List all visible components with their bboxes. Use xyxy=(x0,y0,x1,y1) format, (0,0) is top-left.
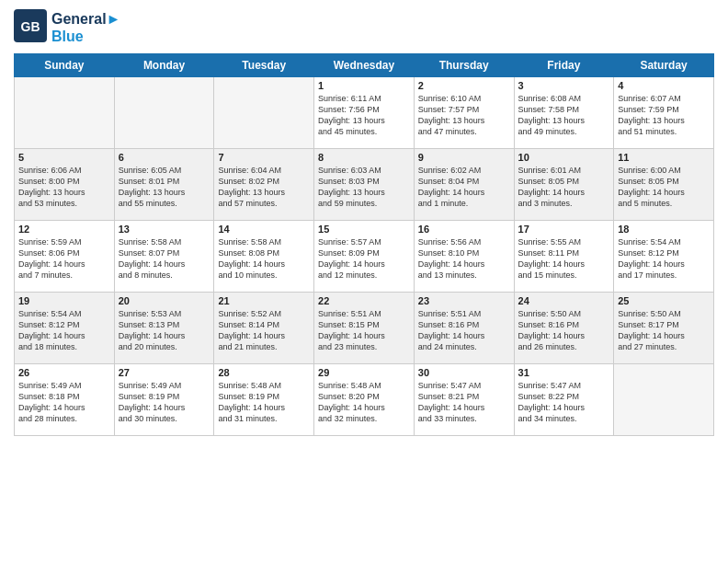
cell-info: Sunrise: 5:50 AM Sunset: 8:16 PM Dayligh… xyxy=(518,308,610,353)
week-row-3: 12Sunrise: 5:59 AM Sunset: 8:06 PM Dayli… xyxy=(15,221,714,293)
calendar-cell: 1Sunrise: 6:11 AM Sunset: 7:56 PM Daylig… xyxy=(314,77,415,149)
calendar-cell: 23Sunrise: 5:51 AM Sunset: 8:16 PM Dayli… xyxy=(414,293,514,364)
calendar-cell: 15Sunrise: 5:57 AM Sunset: 8:09 PM Dayli… xyxy=(314,221,415,293)
calendar-cell: 11Sunrise: 6:00 AM Sunset: 8:05 PM Dayli… xyxy=(614,149,714,221)
cell-info: Sunrise: 6:05 AM Sunset: 8:01 PM Dayligh… xyxy=(119,165,210,210)
cell-info: Sunrise: 5:48 AM Sunset: 8:20 PM Dayligh… xyxy=(318,380,410,425)
calendar-cell: 30Sunrise: 5:47 AM Sunset: 8:21 PM Dayli… xyxy=(414,364,514,436)
calendar-cell: 26Sunrise: 5:49 AM Sunset: 8:18 PM Dayli… xyxy=(15,364,115,436)
calendar-cell: 18Sunrise: 5:54 AM Sunset: 8:12 PM Dayli… xyxy=(614,221,714,293)
calendar-cell: 3Sunrise: 6:08 AM Sunset: 7:58 PM Daylig… xyxy=(514,77,614,149)
cell-info: Sunrise: 5:53 AM Sunset: 8:13 PM Dayligh… xyxy=(119,308,210,353)
cell-info: Sunrise: 5:51 AM Sunset: 8:15 PM Dayligh… xyxy=(318,308,410,353)
calendar-cell: 16Sunrise: 5:56 AM Sunset: 8:10 PM Dayli… xyxy=(414,221,514,293)
week-row-2: 5Sunrise: 6:06 AM Sunset: 8:00 PM Daylig… xyxy=(15,149,714,221)
day-number: 5 xyxy=(18,152,110,163)
day-number: 19 xyxy=(18,295,110,306)
calendar-cell xyxy=(15,77,115,149)
week-row-4: 19Sunrise: 5:54 AM Sunset: 8:12 PM Dayli… xyxy=(15,293,714,364)
calendar-cell: 6Sunrise: 6:05 AM Sunset: 8:01 PM Daylig… xyxy=(114,149,214,221)
day-number: 26 xyxy=(18,367,110,378)
cell-info: Sunrise: 5:56 AM Sunset: 8:10 PM Dayligh… xyxy=(418,236,510,282)
day-number: 22 xyxy=(318,295,410,306)
calendar-table: SundayMondayTuesdayWednesdayThursdayFrid… xyxy=(14,53,714,436)
calendar-cell: 14Sunrise: 5:58 AM Sunset: 8:08 PM Dayli… xyxy=(214,221,314,293)
weekday-header-tuesday: Tuesday xyxy=(214,54,314,77)
calendar-cell: 20Sunrise: 5:53 AM Sunset: 8:13 PM Dayli… xyxy=(114,293,214,364)
cell-info: Sunrise: 6:06 AM Sunset: 8:00 PM Dayligh… xyxy=(18,165,110,210)
calendar-cell: 24Sunrise: 5:50 AM Sunset: 8:16 PM Dayli… xyxy=(514,293,614,364)
day-number: 28 xyxy=(218,367,310,378)
calendar-page: GB General► Blue SundayMondayTuesdayWedn… xyxy=(0,0,728,563)
day-number: 25 xyxy=(618,295,710,306)
day-number: 11 xyxy=(618,152,710,163)
calendar-cell: 12Sunrise: 5:59 AM Sunset: 8:06 PM Dayli… xyxy=(15,221,115,293)
day-number: 10 xyxy=(518,152,610,163)
cell-info: Sunrise: 5:58 AM Sunset: 8:08 PM Dayligh… xyxy=(218,236,310,282)
day-number: 4 xyxy=(618,80,710,91)
day-number: 30 xyxy=(418,367,510,378)
calendar-cell: 17Sunrise: 5:55 AM Sunset: 8:11 PM Dayli… xyxy=(514,221,614,293)
day-number: 8 xyxy=(318,152,410,163)
day-number: 18 xyxy=(618,224,710,235)
weekday-header-row: SundayMondayTuesdayWednesdayThursdayFrid… xyxy=(15,54,714,77)
cell-info: Sunrise: 6:07 AM Sunset: 7:59 PM Dayligh… xyxy=(618,93,710,138)
calendar-cell: 31Sunrise: 5:47 AM Sunset: 8:22 PM Dayli… xyxy=(514,364,614,436)
cell-info: Sunrise: 5:59 AM Sunset: 8:06 PM Dayligh… xyxy=(18,236,110,282)
cell-info: Sunrise: 6:11 AM Sunset: 7:56 PM Dayligh… xyxy=(318,93,410,138)
calendar-cell: 13Sunrise: 5:58 AM Sunset: 8:07 PM Dayli… xyxy=(114,221,214,293)
calendar-cell: 5Sunrise: 6:06 AM Sunset: 8:00 PM Daylig… xyxy=(15,149,115,221)
calendar-cell: 4Sunrise: 6:07 AM Sunset: 7:59 PM Daylig… xyxy=(614,77,714,149)
week-row-5: 26Sunrise: 5:49 AM Sunset: 8:18 PM Dayli… xyxy=(15,364,714,436)
day-number: 1 xyxy=(318,80,410,91)
cell-info: Sunrise: 6:00 AM Sunset: 8:05 PM Dayligh… xyxy=(618,165,710,210)
cell-info: Sunrise: 5:54 AM Sunset: 8:12 PM Dayligh… xyxy=(18,308,110,353)
cell-info: Sunrise: 5:54 AM Sunset: 8:12 PM Dayligh… xyxy=(618,236,710,282)
day-number: 3 xyxy=(518,80,610,91)
cell-info: Sunrise: 5:48 AM Sunset: 8:19 PM Dayligh… xyxy=(218,380,310,425)
cell-info: Sunrise: 6:10 AM Sunset: 7:57 PM Dayligh… xyxy=(418,93,510,138)
cell-info: Sunrise: 5:52 AM Sunset: 8:14 PM Dayligh… xyxy=(218,308,310,353)
logo-line1: General► xyxy=(51,10,120,28)
day-number: 9 xyxy=(418,152,510,163)
day-number: 16 xyxy=(418,224,510,235)
calendar-cell: 19Sunrise: 5:54 AM Sunset: 8:12 PM Dayli… xyxy=(15,293,115,364)
cell-info: Sunrise: 5:47 AM Sunset: 8:22 PM Dayligh… xyxy=(518,380,610,425)
day-number: 12 xyxy=(18,224,110,235)
day-number: 14 xyxy=(218,224,310,235)
day-number: 31 xyxy=(518,367,610,378)
weekday-header-saturday: Saturday xyxy=(614,54,714,77)
weekday-header-monday: Monday xyxy=(114,54,214,77)
weekday-header-wednesday: Wednesday xyxy=(314,54,415,77)
calendar-cell: 7Sunrise: 6:04 AM Sunset: 8:02 PM Daylig… xyxy=(214,149,314,221)
calendar-cell: 8Sunrise: 6:03 AM Sunset: 8:03 PM Daylig… xyxy=(314,149,415,221)
cell-info: Sunrise: 5:51 AM Sunset: 8:16 PM Dayligh… xyxy=(418,308,510,353)
day-number: 23 xyxy=(418,295,510,306)
cell-info: Sunrise: 6:01 AM Sunset: 8:05 PM Dayligh… xyxy=(518,165,610,210)
calendar-cell: 21Sunrise: 5:52 AM Sunset: 8:14 PM Dayli… xyxy=(214,293,314,364)
day-number: 24 xyxy=(518,295,610,306)
logo-icon: GB xyxy=(14,9,47,42)
day-number: 20 xyxy=(119,295,210,306)
cell-info: Sunrise: 6:02 AM Sunset: 8:04 PM Dayligh… xyxy=(418,165,510,210)
calendar-cell: 9Sunrise: 6:02 AM Sunset: 8:04 PM Daylig… xyxy=(414,149,514,221)
calendar-cell: 22Sunrise: 5:51 AM Sunset: 8:15 PM Dayli… xyxy=(314,293,415,364)
cell-info: Sunrise: 5:47 AM Sunset: 8:21 PM Dayligh… xyxy=(418,380,510,425)
calendar-cell: 2Sunrise: 6:10 AM Sunset: 7:57 PM Daylig… xyxy=(414,77,514,149)
logo: GB General► Blue xyxy=(14,9,120,46)
calendar-cell: 10Sunrise: 6:01 AM Sunset: 8:05 PM Dayli… xyxy=(514,149,614,221)
day-number: 7 xyxy=(218,152,310,163)
day-number: 21 xyxy=(218,295,310,306)
weekday-header-friday: Friday xyxy=(514,54,614,77)
day-number: 15 xyxy=(318,224,410,235)
calendar-cell xyxy=(614,364,714,436)
day-number: 17 xyxy=(518,224,610,235)
day-number: 13 xyxy=(119,224,210,235)
cell-info: Sunrise: 5:57 AM Sunset: 8:09 PM Dayligh… xyxy=(318,236,410,282)
day-number: 2 xyxy=(418,80,510,91)
cell-info: Sunrise: 5:58 AM Sunset: 8:07 PM Dayligh… xyxy=(119,236,210,282)
day-number: 29 xyxy=(318,367,410,378)
calendar-cell: 29Sunrise: 5:48 AM Sunset: 8:20 PM Dayli… xyxy=(314,364,415,436)
page-header: GB General► Blue xyxy=(14,9,714,46)
cell-info: Sunrise: 6:08 AM Sunset: 7:58 PM Dayligh… xyxy=(518,93,610,138)
